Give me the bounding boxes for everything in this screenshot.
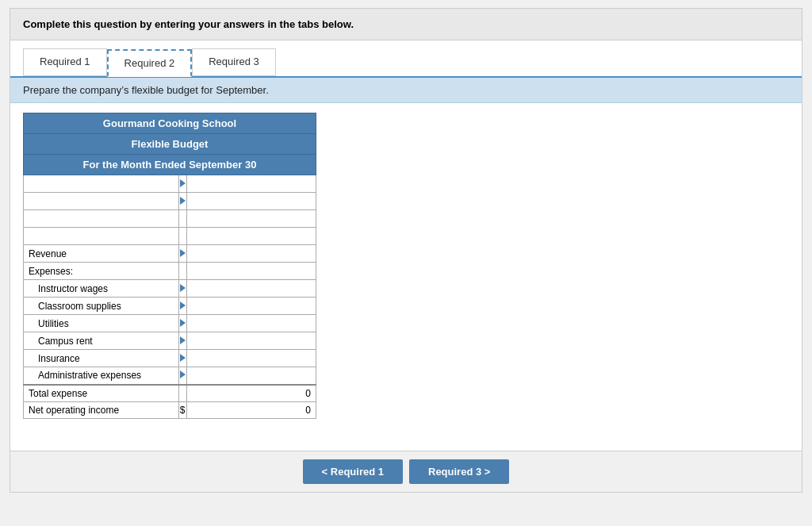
arrow-icon [180, 179, 186, 187]
admin-expenses-row: Administrative expenses [24, 367, 316, 385]
main-container: Complete this question by entering your … [10, 8, 802, 493]
table-row [24, 228, 316, 245]
tab-required-3[interactable]: Required 3 [192, 48, 276, 76]
bottom-nav: < Required 1 Required 3 > [10, 451, 802, 492]
arrow-icon [180, 354, 186, 362]
campus-rent-label: Campus rent [24, 332, 179, 350]
arrow-icon [180, 371, 186, 378]
admin-expenses-label: Administrative expenses [24, 367, 179, 385]
insurance-label: Insurance [24, 350, 179, 367]
expenses-label: Expenses: [24, 263, 179, 280]
net-income-value: 0 [186, 401, 316, 418]
table-title-row-3: For the Month Ended September 30 [24, 155, 316, 175]
value-input[interactable] [192, 179, 311, 190]
prev-button[interactable]: < Required 1 [303, 459, 403, 484]
label-input[interactable] [29, 179, 174, 190]
label-input-cell[interactable] [24, 228, 179, 245]
table-title-2: Flexible Budget [24, 134, 316, 155]
value-input-cell[interactable] [186, 210, 316, 228]
value-input[interactable] [192, 196, 311, 207]
budget-table: Gourmand Cooking School Flexible Budget … [23, 113, 316, 419]
classroom-supplies-input[interactable] [192, 301, 311, 312]
next-button[interactable]: Required 3 > [409, 459, 509, 484]
table-row [24, 193, 316, 210]
insurance-value-cell[interactable] [186, 350, 316, 367]
empty-arrow-cell [178, 228, 186, 245]
campus-rent-row: Campus rent [24, 332, 316, 350]
revenue-row: Revenue [24, 245, 316, 263]
table-title-row-2: Flexible Budget [24, 134, 316, 155]
empty-arrow-cell [178, 385, 186, 402]
table-row [24, 175, 316, 193]
instructor-wages-input[interactable] [192, 283, 311, 294]
arrow-icon [180, 197, 186, 205]
revenue-value-cell[interactable] [186, 245, 316, 263]
tabs-area: Required 1 Required 2 Required 3 [10, 40, 802, 78]
empty-arrow-cell [178, 210, 186, 228]
arrow-cell [178, 175, 186, 193]
total-expense-row: Total expense 0 [24, 385, 316, 402]
instruction-text: Complete this question by entering your … [23, 18, 354, 30]
tab-required-1[interactable]: Required 1 [23, 48, 107, 76]
label-input[interactable] [29, 213, 174, 225]
table-row [24, 210, 316, 228]
total-expense-label: Total expense [24, 385, 179, 402]
utilities-row: Utilities [24, 315, 316, 332]
arrow-cell [178, 280, 186, 298]
value-input[interactable] [192, 213, 311, 225]
admin-expenses-value-cell[interactable] [186, 367, 316, 385]
table-section: Gourmand Cooking School Flexible Budget … [10, 103, 802, 435]
instructor-wages-value-cell[interactable] [186, 280, 316, 298]
net-operating-income-row: Net operating income $ 0 [24, 401, 316, 418]
label-input[interactable] [29, 196, 174, 207]
table-title-row-1: Gourmand Cooking School [24, 113, 316, 134]
table-title-3: For the Month Ended September 30 [24, 155, 316, 175]
arrow-cell [178, 367, 186, 385]
table-title-1: Gourmand Cooking School [24, 113, 316, 134]
arrow-cell [178, 350, 186, 367]
instructor-wages-label: Instructor wages [24, 280, 179, 298]
instructor-wages-row: Instructor wages [24, 280, 316, 298]
classroom-supplies-label: Classroom supplies [24, 298, 179, 315]
classroom-supplies-value-cell[interactable] [186, 298, 316, 315]
expenses-label-row: Expenses: [24, 263, 316, 280]
content-header: Prepare the company’s flexible budget fo… [10, 78, 802, 103]
arrow-cell [178, 315, 186, 332]
value-input-cell[interactable] [186, 175, 316, 193]
value-input[interactable] [192, 231, 311, 242]
campus-rent-input[interactable] [192, 336, 311, 347]
admin-expenses-input[interactable] [192, 370, 311, 381]
arrow-cell [178, 332, 186, 350]
insurance-row: Insurance [24, 350, 316, 367]
label-input-cell[interactable] [24, 175, 179, 193]
value-input-cell[interactable] [186, 228, 316, 245]
arrow-cell [178, 193, 186, 210]
expenses-value [186, 263, 316, 280]
arrow-icon [180, 301, 186, 309]
label-input-cell[interactable] [24, 210, 179, 228]
tab-required-2[interactable]: Required 2 [107, 49, 193, 77]
arrow-icon [180, 319, 186, 327]
utilities-label: Utilities [24, 315, 179, 332]
arrow-icon [180, 284, 186, 292]
campus-rent-value-cell[interactable] [186, 332, 316, 350]
label-input[interactable] [29, 231, 174, 242]
revenue-label: Revenue [24, 245, 179, 263]
label-input-cell[interactable] [24, 193, 179, 210]
utilities-input[interactable] [192, 318, 311, 329]
arrow-cell [178, 298, 186, 315]
net-income-label: Net operating income [24, 401, 179, 418]
revenue-input[interactable] [192, 248, 311, 259]
arrow-icon [180, 336, 186, 344]
net-income-prefix: $ [178, 401, 186, 418]
classroom-supplies-row: Classroom supplies [24, 298, 316, 315]
arrow-cell [178, 245, 186, 263]
empty-arrow-cell [178, 263, 186, 280]
arrow-icon [180, 249, 186, 257]
utilities-value-cell[interactable] [186, 315, 316, 332]
total-expense-value: 0 [186, 385, 316, 402]
value-input-cell[interactable] [186, 193, 316, 210]
content-area: Prepare the company’s flexible budget fo… [10, 78, 802, 492]
instruction-bar: Complete this question by entering your … [10, 9, 802, 40]
insurance-input[interactable] [192, 353, 311, 364]
